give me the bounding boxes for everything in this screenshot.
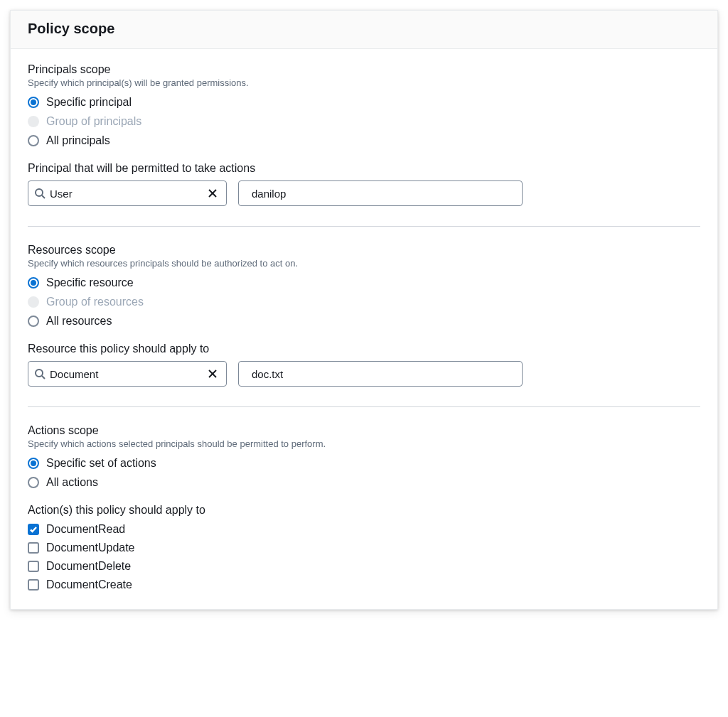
principals-desc: Specify which principal(s) will be grant… — [28, 77, 700, 88]
clear-icon[interactable] — [205, 185, 220, 201]
resource-field-label: Resource this policy should apply to — [28, 343, 700, 355]
radio-group-principals: Group of principals — [28, 114, 700, 129]
radio-icon — [28, 477, 39, 488]
radio-icon — [28, 458, 39, 469]
checkbox-document-delete[interactable]: DocumentDelete — [28, 559, 700, 573]
radio-label: Specific resource — [46, 276, 134, 290]
divider — [28, 226, 700, 227]
principal-field-label: Principal that will be permitted to take… — [28, 162, 700, 175]
radio-label: Specific set of actions — [46, 456, 156, 470]
radio-specific-actions[interactable]: Specific set of actions — [28, 456, 700, 470]
radio-label: Group of resources — [46, 295, 144, 309]
principals-title: Principals scope — [28, 63, 700, 76]
principal-type-input[interactable]: User — [28, 180, 227, 206]
svg-line-1 — [42, 195, 45, 198]
resource-name-value: doc.txt — [247, 368, 513, 380]
radio-icon — [28, 296, 39, 308]
radio-specific-resource[interactable]: Specific resource — [28, 276, 700, 290]
radio-label: Specific principal — [46, 95, 132, 109]
checkbox-label: DocumentCreate — [46, 578, 132, 592]
checkbox-document-create[interactable]: DocumentCreate — [28, 578, 700, 592]
checkbox-label: DocumentRead — [46, 522, 125, 537]
checkbox-label: DocumentUpdate — [46, 541, 135, 555]
radio-all-principals[interactable]: All principals — [28, 134, 700, 148]
radio-label: Group of principals — [46, 114, 141, 129]
radio-specific-principal[interactable]: Specific principal — [28, 95, 700, 109]
radio-label: All actions — [46, 475, 98, 490]
principal-type-value: User — [46, 188, 205, 200]
resources-radio-group: Specific resource Group of resources All… — [28, 276, 700, 328]
radio-all-resources[interactable]: All resources — [28, 314, 700, 328]
radio-icon — [28, 135, 39, 146]
actions-field-label: Action(s) this policy should apply to — [28, 504, 700, 517]
actions-desc: Specify which actions selected principal… — [28, 438, 700, 449]
checkbox-document-read[interactable]: DocumentRead — [28, 522, 700, 537]
checkbox-icon — [28, 579, 39, 591]
checkbox-label: DocumentDelete — [46, 559, 131, 573]
radio-icon — [28, 97, 39, 108]
resource-type-input[interactable]: Document — [28, 361, 227, 387]
checkbox-icon — [28, 524, 39, 535]
principal-name-input[interactable]: danilop — [238, 180, 523, 206]
policy-scope-card: Policy scope Principals scope Specify wh… — [10, 10, 718, 610]
principals-section: Principals scope Specify which principal… — [28, 63, 700, 206]
resource-name-input[interactable]: doc.txt — [238, 361, 523, 387]
checkbox-icon — [28, 561, 39, 572]
card-header: Policy scope — [11, 11, 717, 49]
checkbox-document-update[interactable]: DocumentUpdate — [28, 541, 700, 555]
radio-icon — [28, 316, 39, 327]
divider — [28, 406, 700, 407]
svg-point-0 — [36, 189, 43, 196]
resources-desc: Specify which resources principals shoul… — [28, 258, 700, 269]
clear-icon[interactable] — [205, 366, 220, 382]
radio-label: All resources — [46, 314, 112, 328]
svg-line-5 — [42, 376, 45, 379]
svg-point-4 — [36, 370, 43, 377]
actions-checkbox-group: DocumentRead DocumentUpdate — [28, 522, 700, 592]
resources-section: Resources scope Specify which resources … — [28, 244, 700, 387]
principals-radio-group: Specific principal Group of principals A… — [28, 95, 700, 148]
radio-all-actions[interactable]: All actions — [28, 475, 700, 490]
resource-type-value: Document — [46, 368, 205, 380]
actions-section: Actions scope Specify which actions sele… — [28, 424, 700, 592]
principal-name-value: danilop — [247, 188, 513, 200]
page-title: Policy scope — [28, 21, 700, 37]
search-icon — [34, 188, 46, 199]
radio-group-resources: Group of resources — [28, 295, 700, 309]
radio-label: All principals — [46, 134, 110, 148]
radio-icon — [28, 277, 39, 289]
resources-title: Resources scope — [28, 244, 700, 257]
checkbox-icon — [28, 542, 39, 554]
actions-radio-group: Specific set of actions All actions — [28, 456, 700, 490]
search-icon — [34, 368, 46, 379]
radio-icon — [28, 116, 39, 127]
actions-title: Actions scope — [28, 424, 700, 437]
